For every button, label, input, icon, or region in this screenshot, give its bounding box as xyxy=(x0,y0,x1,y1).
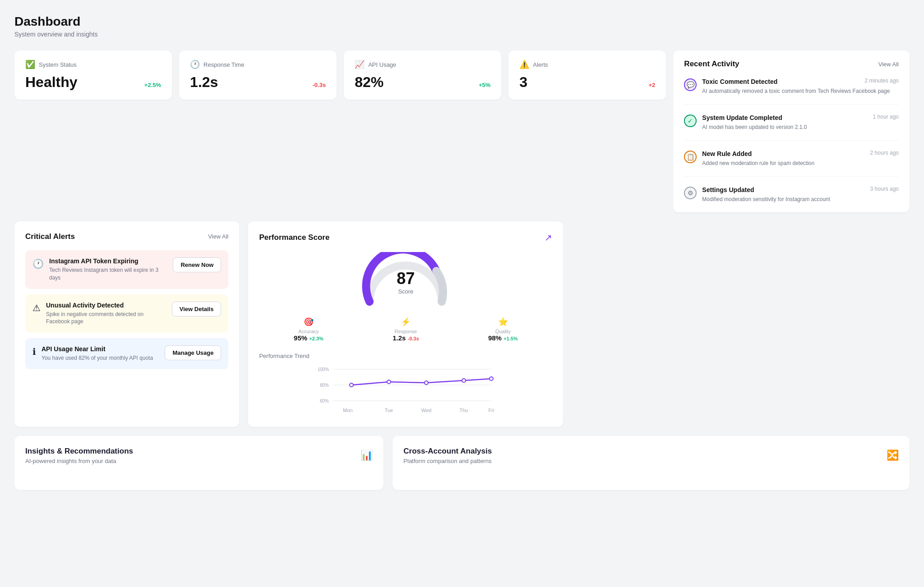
insights-card: Insights & Recommendations AI-powered in… xyxy=(14,436,383,490)
metric-label: Response xyxy=(393,329,419,334)
activity-time: 3 hours ago xyxy=(870,186,899,192)
insights-title: Insights & Recommendations xyxy=(25,447,133,456)
activity-title: System Update Completed xyxy=(702,114,782,122)
activity-item: ✓ System Update Completed 1 hour ago AI … xyxy=(684,114,899,141)
insights-subtitle: AI-powered insights from your data xyxy=(25,458,133,464)
critical-alerts-view-all[interactable]: View All xyxy=(208,233,228,240)
stat-label: System Status xyxy=(39,61,77,68)
recent-activity-card: Recent Activity View All 💬 Toxic Comment… xyxy=(673,50,910,212)
metric-change: +1.5% xyxy=(504,336,518,341)
activity-item: 📋 New Rule Added 2 hours ago Added new m… xyxy=(684,150,899,177)
gauge-value: 87 xyxy=(397,269,415,288)
activity-top: Toxic Comment Detected 2 minutes ago xyxy=(702,78,899,86)
performance-header: Performance Score ↗ xyxy=(259,232,552,243)
metric-label: Accuracy xyxy=(294,329,323,334)
trend-label: Performance Trend xyxy=(259,353,552,359)
alert-body: Instagram API Token Expiring Tech Review… xyxy=(49,257,167,282)
trend-chart-svg: 100% 80% 60% Mon Tue Wed xyxy=(259,365,552,414)
stat-icon: ✅ xyxy=(25,60,35,69)
trend-section: Performance Trend 100% 80% 60% xyxy=(259,353,552,416)
cross-account-text: Cross-Account Analysis Platform comparis… xyxy=(403,447,492,464)
stat-value-row: Healthy +2.5% xyxy=(25,74,161,91)
recent-activity-header: Recent Activity View All xyxy=(684,60,899,69)
activity-content: Settings Updated 3 hours ago Modified mo… xyxy=(702,186,899,203)
stat-header: 📈 API Usage xyxy=(355,60,490,69)
cross-account-icon: 🔀 xyxy=(887,449,899,461)
stat-change: +2 xyxy=(649,82,656,88)
alert-action-button[interactable]: Manage Usage xyxy=(165,345,221,360)
activity-dot: ⚙ xyxy=(684,187,697,199)
bottom-grid: Insights & Recommendations AI-powered in… xyxy=(14,436,910,490)
cross-account-header: Cross-Account Analysis Platform comparis… xyxy=(403,447,899,464)
stat-value: 3 xyxy=(519,74,527,91)
stat-card-response-time: 🕐 Response Time 1.2s -0.3s xyxy=(179,50,337,100)
stat-change: +5% xyxy=(479,82,490,88)
activity-list: 💬 Toxic Comment Detected 2 minutes ago A… xyxy=(684,78,899,203)
svg-text:60%: 60% xyxy=(320,399,329,404)
alert-desc: You have used 82% of your monthly API qu… xyxy=(42,354,159,362)
svg-text:Tue: Tue xyxy=(385,408,393,413)
alert-title: Instagram API Token Expiring xyxy=(49,257,167,265)
performance-title: Performance Score xyxy=(259,233,329,242)
activity-desc: AI automatically removed a toxic comment… xyxy=(702,87,899,95)
alert-icon: ⚠ xyxy=(32,303,41,313)
stat-change: -0.3s xyxy=(313,82,326,88)
svg-point-10 xyxy=(490,377,493,381)
metric-icon: 🎯 xyxy=(294,317,323,327)
stat-value-row: 1.2s -0.3s xyxy=(190,74,326,91)
svg-text:Wed: Wed xyxy=(421,408,431,413)
cross-account-subtitle: Platform comparison and patterns xyxy=(403,458,492,464)
stat-card-alerts: ⚠️ Alerts 3 +2 xyxy=(508,50,666,100)
page-subtitle: System overview and insights xyxy=(14,31,910,38)
stat-header: ⚠️ Alerts xyxy=(519,60,655,69)
stat-value: Healthy xyxy=(25,74,78,91)
stat-value: 82% xyxy=(355,74,383,91)
stat-label: API Usage xyxy=(368,61,396,68)
metric-value: 95% xyxy=(294,334,307,342)
activity-top: New Rule Added 2 hours ago xyxy=(702,150,899,158)
gauge-label: Score xyxy=(397,288,415,294)
alert-desc: Tech Reviews Instagram token will expire… xyxy=(49,266,167,282)
alert-icon: ℹ xyxy=(32,346,36,357)
alert-title: Unusual Activity Detected xyxy=(46,302,166,309)
metric-value-row: 95% +2.3% xyxy=(294,334,323,342)
alert-icon: 🕐 xyxy=(32,258,44,269)
critical-alerts-title: Critical Alerts xyxy=(25,232,75,241)
critical-alerts-card: Critical Alerts View All 🕐 Instagram API… xyxy=(14,221,239,427)
activity-content: System Update Completed 1 hour ago AI mo… xyxy=(702,114,899,131)
alerts-list: 🕐 Instagram API Token Expiring Tech Revi… xyxy=(25,250,228,369)
alert-action-button[interactable]: View Details xyxy=(172,302,222,316)
metric-icon: ⚡ xyxy=(393,317,419,327)
activity-title: Settings Updated xyxy=(702,186,754,194)
metric-label: Quality xyxy=(488,329,518,334)
performance-trend-icon: ↗ xyxy=(545,232,552,243)
stat-icon: 📈 xyxy=(355,60,365,69)
critical-alerts-header: Critical Alerts View All xyxy=(25,232,228,241)
alert-action-button[interactable]: Renew Now xyxy=(173,257,221,272)
activity-dot: ✓ xyxy=(684,115,697,127)
activity-top: System Update Completed 1 hour ago xyxy=(702,114,899,122)
page-title: Dashboard xyxy=(14,14,910,29)
stat-value: 1.2s xyxy=(190,74,218,91)
gauge-container: 87 Score xyxy=(259,252,552,306)
metric-item: 🎯 Accuracy 95% +2.3% xyxy=(294,317,323,342)
stat-label: Alerts xyxy=(533,61,548,68)
activity-desc: Modified moderation sensitivity for Inst… xyxy=(702,196,899,203)
stat-icon: ⚠️ xyxy=(519,60,529,69)
metric-value: 1.2s xyxy=(393,334,406,342)
activity-dot: 💬 xyxy=(684,78,697,91)
recent-activity-view-all[interactable]: View All xyxy=(878,61,899,68)
main-grid: Critical Alerts View All 🕐 Instagram API… xyxy=(14,221,910,427)
activity-desc: AI model has been updated to version 2.1… xyxy=(702,124,899,131)
metric-icon: ⭐ xyxy=(488,317,518,327)
activity-top: Settings Updated 3 hours ago xyxy=(702,186,899,194)
stat-change: +2.5% xyxy=(144,82,161,88)
svg-text:Mon: Mon xyxy=(343,408,353,413)
stat-value-row: 82% +5% xyxy=(355,74,490,91)
metric-change: +2.3% xyxy=(309,336,323,341)
metric-change: -0.3s xyxy=(408,336,419,341)
alert-body: API Usage Near Limit You have used 82% o… xyxy=(42,345,159,362)
metric-value-row: 98% +1.5% xyxy=(488,334,518,342)
page-header: Dashboard System overview and insights xyxy=(14,14,910,38)
alert-item: ⚠ Unusual Activity Detected Spike in neg… xyxy=(25,294,228,333)
